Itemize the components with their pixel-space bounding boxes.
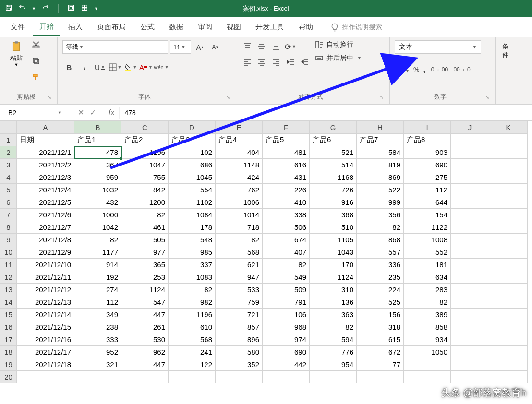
row-header[interactable]: 10 [0,246,17,259]
row-header[interactable]: 1 [0,134,17,146]
cell[interactable]: 404 [216,146,263,159]
cell[interactable]: 1045 [169,171,216,184]
cell[interactable]: 349 [74,309,121,321]
header-cell[interactable]: 产品2 [121,134,169,146]
border-button[interactable]: ▼ [109,60,122,74]
cell[interactable] [451,171,489,184]
cell[interactable]: 634 [404,271,451,284]
increase-indent-icon[interactable] [299,56,311,68]
cell[interactable]: 112 [404,184,451,196]
header-cell[interactable]: 产品3 [169,134,216,146]
tab-dev[interactable]: 开发工具 [249,19,291,36]
row-header[interactable]: 5 [0,184,17,196]
cell[interactable]: 1177 [74,246,121,259]
align-bottom-icon[interactable] [270,40,282,53]
header-cell[interactable]: 产品6 [310,134,357,146]
cell[interactable]: 1006 [216,196,263,209]
cell[interactable]: 82 [169,284,216,296]
cell[interactable] [489,321,528,333]
cell[interactable]: 554 [169,184,216,196]
select-all-corner[interactable] [0,121,17,134]
merge-center-button[interactable]: 并后居中▼ [315,54,362,62]
row-header[interactable]: 8 [0,221,17,234]
wrap-text-button[interactable]: 自动换行 [315,40,362,49]
cell[interactable] [451,234,489,246]
column-header[interactable]: K [489,121,528,134]
clipboard-launcher-icon[interactable]: ⤡ [48,95,52,100]
cell[interactable]: 1047 [121,159,169,171]
row-header[interactable]: 11 [0,259,17,271]
cell[interactable]: 431 [263,171,310,184]
cell[interactable]: 1200 [121,196,169,209]
comma-format-icon[interactable]: , [423,64,425,74]
tab-home[interactable]: 开始 [33,18,60,36]
cell[interactable] [489,234,528,246]
column-header[interactable]: D [169,121,216,134]
worksheet[interactable]: ABCDEFGHIJK 1日期产品1产品2产品3产品4产品5产品6产品7产品82… [0,121,532,383]
cell[interactable] [489,134,528,146]
cell[interactable]: 672 [357,346,404,358]
undo-icon[interactable] [18,4,26,13]
cell[interactable]: 985 [169,246,216,259]
column-header[interactable]: C [121,121,169,134]
cell[interactable]: 686 [169,159,216,171]
header-cell[interactable]: 产品1 [74,134,121,146]
percent-format-icon[interactable]: % [413,66,419,73]
cell[interactable]: 2021/12/16 [17,333,74,346]
align-right-icon[interactable] [270,56,282,68]
cell[interactable]: 2021/12/8 [17,234,74,246]
cell[interactable] [489,296,528,309]
row-header[interactable]: 19 [0,358,17,371]
qat-customize-icon[interactable]: ▼ [94,6,98,11]
grow-font-icon[interactable]: A▴ [193,40,206,54]
cell[interactable]: 178 [169,221,216,234]
cell[interactable]: 718 [216,221,263,234]
cell[interactable]: 77 [357,358,404,371]
cell[interactable]: 2021/12/13 [17,296,74,309]
cell[interactable]: 954 [310,358,357,371]
cell[interactable] [451,271,489,284]
cell[interactable]: 568 [216,246,263,259]
qat-extra1-icon[interactable] [67,4,75,13]
cell[interactable] [216,371,263,383]
cell[interactable]: 594 [310,333,357,346]
row-header[interactable]: 12 [0,271,17,284]
cell[interactable]: 106 [263,309,310,321]
column-header[interactable]: F [263,121,310,134]
cell[interactable]: 82 [74,234,121,246]
cell[interactable]: 726 [310,184,357,196]
cell[interactable]: 318 [357,321,404,333]
row-header[interactable]: 7 [0,209,17,221]
cell[interactable]: 367 [74,159,121,171]
row-header[interactable]: 2 [0,146,17,159]
cell[interactable]: 1084 [169,209,216,221]
cell[interactable]: 82 [216,234,263,246]
row-header[interactable]: 14 [0,296,17,309]
font-color-button[interactable]: A▼ [139,60,153,74]
cell[interactable]: 568 [169,333,216,346]
cell[interactable]: 447 [121,309,169,321]
cell[interactable]: 333 [74,333,121,346]
cell[interactable]: 481 [263,146,310,159]
cell[interactable]: 181 [404,259,451,271]
header-cell[interactable]: 产品7 [357,134,404,146]
cell[interactable]: 261 [121,321,169,333]
cell[interactable]: 522 [357,184,404,196]
cell[interactable] [451,371,489,383]
cell[interactable] [451,321,489,333]
cell[interactable] [489,333,528,346]
cell[interactable]: 336 [357,259,404,271]
accounting-format-icon[interactable]: $▼ [395,65,410,74]
save-icon[interactable] [5,4,12,13]
cell[interactable]: 2021/12/9 [17,246,74,259]
tab-insert[interactable]: 插入 [61,19,89,36]
enter-formula-icon[interactable]: ✓ [90,108,96,117]
cell[interactable]: 962 [121,346,169,358]
cell[interactable] [489,246,528,259]
cell[interactable]: 156 [357,309,404,321]
cell[interactable] [489,196,528,209]
cell[interactable] [451,146,489,159]
cell[interactable]: 275 [404,171,451,184]
header-cell[interactable]: 产品4 [216,134,263,146]
cell[interactable]: 869 [357,171,404,184]
